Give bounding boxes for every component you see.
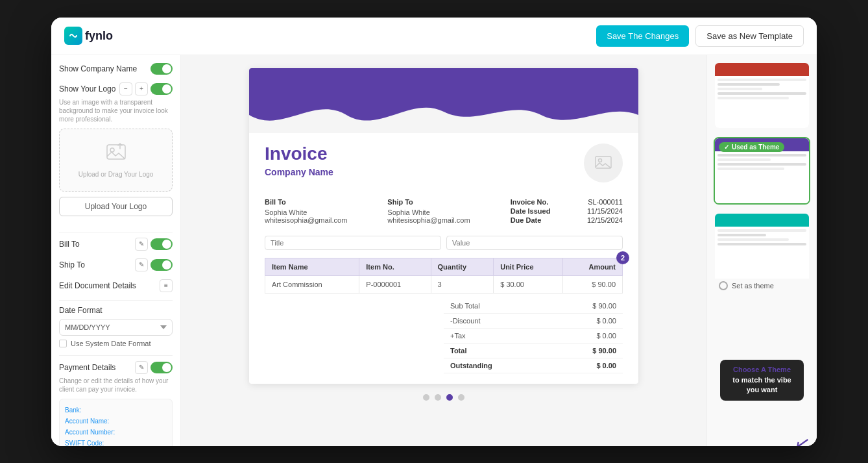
discount-value: $ 0.00 bbox=[596, 317, 616, 325]
tax-label: +Tax bbox=[450, 332, 466, 340]
divider-1 bbox=[59, 232, 173, 232]
mini-header-red bbox=[715, 63, 809, 76]
choose-theme-section: ↙ Choose A Theme to match the vibe you w… bbox=[714, 425, 810, 440]
mini-line bbox=[717, 88, 762, 90]
dot-2[interactable] bbox=[435, 394, 441, 401]
ship-to-col-label: Ship To bbox=[387, 198, 500, 206]
system-date-row: Use System Date Format bbox=[59, 340, 173, 347]
date-issued-value: 11/15/2024 bbox=[587, 207, 623, 215]
divider-2 bbox=[59, 300, 173, 301]
payment-edit-icon[interactable]: ✎ bbox=[135, 361, 148, 374]
col-amount: Amount bbox=[562, 258, 622, 275]
logo-hint: Use an image with a transparent backgrou… bbox=[59, 98, 173, 123]
table-row: Art Commission P-0000001 3 $ 30.00 $ 90.… bbox=[265, 275, 623, 293]
theme-card-3[interactable]: Set as theme bbox=[714, 212, 810, 294]
date-format-select[interactable]: MM/DD/YYYY bbox=[59, 319, 173, 336]
dot-4[interactable] bbox=[458, 394, 464, 401]
bill-to-edit-icon[interactable]: ✎ bbox=[135, 238, 148, 251]
ship-to-toggle[interactable] bbox=[151, 259, 173, 271]
logo-zoom-out-icon[interactable]: − bbox=[119, 82, 132, 95]
mini-line bbox=[717, 243, 806, 245]
due-date-value: 12/15/2024 bbox=[587, 216, 623, 224]
theme-card-2-inner: ✓ Used as Theme bbox=[715, 138, 809, 203]
sub-total-row: Sub Total $ 90.00 bbox=[444, 299, 623, 314]
arrow-icon: ↙ bbox=[712, 416, 811, 446]
set-as-theme-row: Set as theme bbox=[715, 279, 809, 293]
payment-hint: Change or edit the details of how your c… bbox=[59, 377, 173, 394]
ship-to-label: Ship To bbox=[59, 260, 85, 269]
sub-total-value: $ 90.00 bbox=[592, 302, 616, 310]
invoice-content: Invoice Company Name bbox=[249, 133, 638, 384]
dot-1[interactable] bbox=[423, 394, 429, 401]
used-as-theme-label: Used as Theme bbox=[732, 144, 779, 151]
show-company-name-item: Show Company Name bbox=[59, 63, 173, 75]
set-as-theme-radio[interactable] bbox=[719, 281, 728, 290]
sidebar: Show Company Name Show Your Logo − + Use… bbox=[51, 55, 181, 446]
custom-field-title[interactable] bbox=[265, 236, 441, 250]
edit-doc-item: Edit Document Details ≡ bbox=[59, 279, 173, 292]
ship-to-name: Sophia White bbox=[387, 208, 500, 216]
show-logo-item: Show Your Logo − + Use an image with a t… bbox=[59, 82, 173, 224]
invoice-no-label: Invoice No. bbox=[511, 198, 549, 206]
mini-line bbox=[717, 154, 806, 156]
edit-doc-label: Edit Document Details bbox=[59, 281, 136, 290]
bill-to-label: Bill To bbox=[59, 240, 80, 249]
logo-upload-area[interactable]: Upload or Drag Your Logo bbox=[59, 129, 173, 192]
invoice-logo-placeholder bbox=[584, 144, 623, 182]
invoice-title: Invoice bbox=[265, 144, 333, 164]
invoice-info-col: Invoice No. SL-000011 Date Issued 11/15/… bbox=[511, 198, 623, 225]
svg-point-1 bbox=[110, 148, 114, 152]
center-area: Invoice Company Name bbox=[181, 55, 706, 446]
svg-point-3 bbox=[599, 158, 602, 162]
outstanding-row: Outstanding $ 0.00 bbox=[444, 358, 623, 373]
mini-body-1 bbox=[715, 76, 809, 128]
mini-line bbox=[717, 92, 806, 95]
col-unit-price: Unit Price bbox=[494, 258, 563, 275]
custom-field-row bbox=[265, 236, 623, 250]
invoice-no-value: SL-000011 bbox=[588, 198, 623, 206]
ship-to-email: whitesisophia@gmail.com bbox=[387, 216, 500, 224]
ship-to-item: Ship To ✎ bbox=[59, 258, 173, 271]
dot-3[interactable] bbox=[446, 394, 453, 401]
custom-field-value[interactable] bbox=[446, 236, 623, 250]
payment-swift-code: SWIFT Code: bbox=[65, 440, 104, 446]
save-changes-button[interactable]: Save The Changes bbox=[596, 25, 689, 47]
theme-card-2[interactable]: ✓ Used as Theme bbox=[714, 137, 810, 205]
upload-logo-button[interactable]: Upload Your Logo bbox=[59, 197, 173, 216]
add-item-badge[interactable]: 2 bbox=[616, 251, 629, 264]
cell-amount: $ 90.00 bbox=[562, 275, 622, 293]
save-template-button[interactable]: Save as New Template bbox=[695, 25, 804, 47]
logo: fynlo bbox=[64, 27, 113, 45]
payment-details-label: Payment Details bbox=[59, 363, 115, 372]
theme-card-3-inner bbox=[715, 214, 809, 279]
system-date-checkbox[interactable] bbox=[59, 340, 67, 347]
mini-body-3 bbox=[715, 227, 809, 279]
bill-to-col-label: Bill To bbox=[265, 198, 377, 206]
logo-icon bbox=[64, 27, 82, 45]
ship-to-edit-icon[interactable]: ✎ bbox=[135, 258, 148, 271]
invoice-preview: Invoice Company Name bbox=[249, 68, 638, 384]
logo-zoom-in-icon[interactable]: + bbox=[135, 82, 148, 95]
set-as-theme-label: Set as theme bbox=[732, 282, 774, 290]
col-quantity: Quantity bbox=[431, 258, 494, 275]
bill-to-item: Bill To ✎ bbox=[59, 238, 173, 251]
bill-to-toggle[interactable] bbox=[151, 238, 173, 250]
show-company-name-toggle[interactable] bbox=[151, 63, 173, 75]
date-format-item: Date Format MM/DD/YYYY Use System Date F… bbox=[59, 306, 173, 347]
edit-doc-icon[interactable]: ≡ bbox=[160, 279, 173, 292]
mini-line bbox=[717, 234, 766, 236]
outstanding-value: $ 0.00 bbox=[596, 362, 616, 369]
payment-box: Bank: Account Name: Account Number: SWIF… bbox=[59, 399, 173, 446]
logo-text: fynlo bbox=[85, 29, 113, 43]
payment-toggle[interactable] bbox=[151, 362, 173, 373]
main-body: Show Company Name Show Your Logo − + Use… bbox=[51, 55, 817, 446]
header: fynlo Save The Changes Save as New Templ… bbox=[51, 18, 817, 55]
mini-line bbox=[717, 238, 789, 241]
discount-label: -Discount bbox=[450, 317, 480, 325]
show-logo-toggle[interactable] bbox=[151, 83, 173, 95]
total-value: $ 90.00 bbox=[592, 347, 616, 355]
date-format-label: Date Format bbox=[59, 306, 102, 315]
theme-card-1[interactable] bbox=[714, 62, 810, 129]
col-item-no: Item No. bbox=[359, 258, 431, 275]
right-panel: ✓ Used as Theme bbox=[706, 55, 817, 446]
